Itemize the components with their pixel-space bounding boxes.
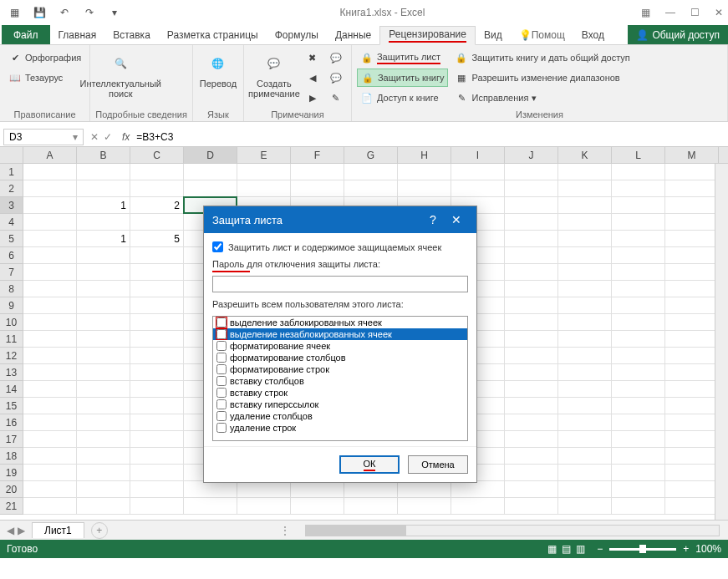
- cell[interactable]: [77, 364, 130, 381]
- spelling-button[interactable]: ✔Орфография: [5, 48, 84, 67]
- dialog-close-icon[interactable]: ✕: [445, 213, 468, 226]
- cell[interactable]: [130, 297, 184, 314]
- sheet-tab[interactable]: Лист1: [32, 522, 84, 538]
- thesaurus-button[interactable]: 📖Тезаурус: [5, 69, 84, 87]
- cell[interactable]: [612, 481, 665, 498]
- sheet-nav-next-icon[interactable]: ▶: [18, 525, 25, 536]
- protect-share-button[interactable]: 🔒Защитить книгу и дать общий доступ: [451, 48, 633, 67]
- cell[interactable]: [558, 348, 612, 364]
- row-header[interactable]: 1: [0, 164, 23, 180]
- cell[interactable]: [665, 281, 719, 297]
- row-header[interactable]: 20: [0, 481, 23, 498]
- cell[interactable]: [558, 297, 612, 314]
- cell[interactable]: [505, 180, 558, 197]
- cancel-button[interactable]: Отмена: [408, 455, 468, 474]
- zoom-level[interactable]: 100%: [695, 543, 721, 555]
- cell[interactable]: [665, 431, 719, 448]
- dialog-help-icon[interactable]: ?: [421, 213, 445, 226]
- minimize-icon[interactable]: —: [665, 7, 675, 18]
- cell[interactable]: [612, 231, 665, 247]
- add-sheet-button[interactable]: +: [91, 522, 108, 539]
- cell[interactable]: [505, 481, 558, 498]
- permission-checkbox[interactable]: [216, 376, 227, 386]
- cell[interactable]: [23, 364, 77, 381]
- cell[interactable]: [130, 264, 184, 281]
- cell[interactable]: [505, 414, 558, 431]
- cell[interactable]: 1: [77, 197, 130, 214]
- cell[interactable]: [23, 231, 77, 247]
- cell[interactable]: [291, 164, 344, 180]
- column-header[interactable]: K: [558, 147, 612, 163]
- cell[interactable]: [23, 197, 77, 214]
- cell[interactable]: [23, 264, 77, 281]
- cell[interactable]: [291, 481, 344, 498]
- cell[interactable]: [23, 481, 77, 498]
- tab-review[interactable]: Рецензирование: [379, 26, 476, 45]
- cell[interactable]: [77, 164, 130, 180]
- page-break-view-icon[interactable]: ▥: [576, 543, 585, 555]
- permission-checkbox[interactable]: [216, 423, 227, 433]
- cell[interactable]: [612, 431, 665, 448]
- formula-input[interactable]: [133, 131, 728, 143]
- prev-comment-button[interactable]: ◀: [303, 69, 323, 87]
- row-header[interactable]: 3: [0, 197, 23, 214]
- cell[interactable]: [130, 247, 184, 264]
- track-changes-button[interactable]: ✎Исправления ▾: [451, 89, 633, 107]
- cell[interactable]: [184, 164, 237, 180]
- cell[interactable]: [665, 398, 719, 414]
- column-header[interactable]: L: [612, 147, 665, 163]
- cell[interactable]: [612, 180, 665, 197]
- cell[interactable]: [130, 348, 184, 364]
- cell[interactable]: [612, 448, 665, 465]
- cell[interactable]: [77, 264, 130, 281]
- cell[interactable]: [451, 164, 505, 180]
- cell[interactable]: [237, 481, 291, 498]
- cell[interactable]: [344, 180, 398, 197]
- cell[interactable]: [612, 297, 665, 314]
- cell[interactable]: [665, 348, 719, 364]
- cell[interactable]: [505, 331, 558, 348]
- cell[interactable]: [665, 465, 719, 481]
- save-icon[interactable]: 💾: [30, 3, 48, 22]
- vertical-scrollbar[interactable]: [715, 164, 728, 520]
- cell[interactable]: [130, 314, 184, 331]
- cell[interactable]: [558, 498, 612, 515]
- row-header[interactable]: 19: [0, 465, 23, 481]
- cell[interactable]: [558, 281, 612, 297]
- cell[interactable]: [398, 498, 451, 515]
- column-header[interactable]: H: [398, 147, 451, 163]
- cell[interactable]: [612, 348, 665, 364]
- cell[interactable]: [665, 498, 719, 515]
- cell[interactable]: [665, 414, 719, 431]
- cell[interactable]: [130, 281, 184, 297]
- cell[interactable]: [77, 448, 130, 465]
- horizontal-scrollbar[interactable]: [305, 525, 720, 536]
- cell[interactable]: [77, 431, 130, 448]
- cell[interactable]: [558, 314, 612, 331]
- tab-file[interactable]: Файл: [2, 25, 50, 44]
- cell[interactable]: [77, 414, 130, 431]
- cell[interactable]: [558, 264, 612, 281]
- permission-checkbox[interactable]: [216, 329, 227, 339]
- cell[interactable]: [451, 180, 505, 197]
- cell[interactable]: 1: [77, 231, 130, 247]
- protect-workbook-button[interactable]: 🔒Защитить книгу: [357, 69, 449, 87]
- cell[interactable]: [665, 314, 719, 331]
- smart-lookup-button[interactable]: 🔍 Интеллектуальный поиск: [95, 48, 145, 100]
- cell[interactable]: [558, 364, 612, 381]
- cell[interactable]: [505, 264, 558, 281]
- password-input[interactable]: [212, 276, 468, 292]
- cell[interactable]: [398, 481, 451, 498]
- cell[interactable]: [505, 448, 558, 465]
- cell[interactable]: [23, 180, 77, 197]
- cell[interactable]: [398, 180, 451, 197]
- column-header[interactable]: J: [505, 147, 558, 163]
- select-all-corner[interactable]: [0, 147, 23, 163]
- cell[interactable]: [77, 297, 130, 314]
- tab-formulas[interactable]: Формулы: [267, 25, 327, 44]
- new-comment-button[interactable]: 💬 Создать примечание: [249, 48, 299, 100]
- allow-ranges-button[interactable]: ▦Разрешить изменение диапазонов: [451, 69, 633, 87]
- cell[interactable]: [665, 164, 719, 180]
- permission-item[interactable]: выделение незаблокированных ячеек: [213, 328, 467, 340]
- cell[interactable]: [558, 247, 612, 264]
